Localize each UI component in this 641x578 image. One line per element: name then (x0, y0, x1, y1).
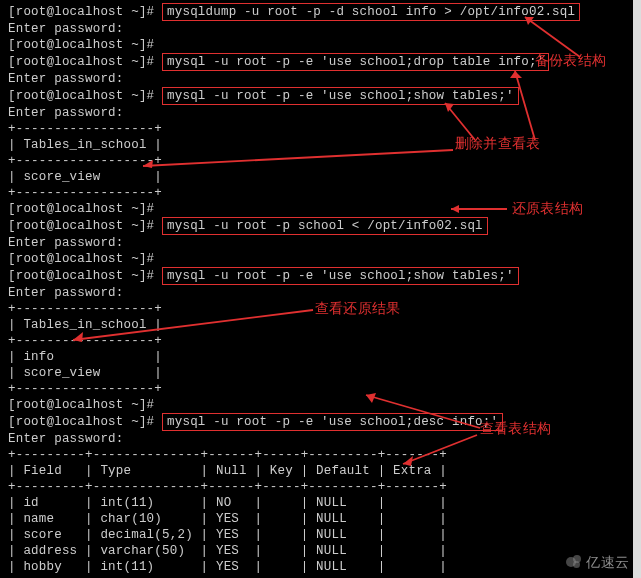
prompt: [root@localhost ~]# (8, 5, 154, 19)
desc-header: | Field | Type | Null | Key | Default | … (8, 463, 633, 479)
enter-password: Enter password: (8, 235, 633, 251)
annotation-view-restore: 查看还原结果 (315, 300, 400, 318)
enter-password: Enter password: (8, 285, 633, 301)
desc-row: | hobby | int(11) | YES | | NULL | | (8, 559, 633, 575)
prompt: [root@localhost ~]# (8, 398, 154, 412)
annotation-backup: 备份表结构 (535, 52, 606, 70)
prompt: [root@localhost ~]# (8, 55, 154, 69)
table-row: | info | (8, 349, 633, 365)
tables-header: | Tables_in_school | (8, 317, 633, 333)
prompt: [root@localhost ~]# (8, 89, 154, 103)
prompt: [root@localhost ~]# (8, 38, 154, 52)
command-restore: mysql -u root -p school < /opt/info02.sq… (162, 217, 488, 235)
table-separator: +------------------+ (8, 185, 633, 201)
desc-separator: +---------+--------------+------+-----+-… (8, 479, 633, 495)
command-desc-info: mysql -u root -p -e 'use school;desc inf… (162, 413, 503, 431)
table-separator: +------------------+ (8, 333, 633, 349)
command-drop-table: mysql -u root -p -e 'use school;drop tab… (162, 53, 549, 71)
desc-row: | address | varchar(50) | YES | | NULL |… (8, 543, 633, 559)
annotation-delete-show: 删除并查看表 (455, 135, 540, 153)
desc-row: | score | decimal(5,2) | YES | | NULL | … (8, 527, 633, 543)
command-show-tables-1: mysql -u root -p -e 'use school;show tab… (162, 87, 519, 105)
desc-row: | name | char(10) | YES | | NULL | | (8, 511, 633, 527)
table-separator: +------------------+ (8, 153, 633, 169)
prompt: [root@localhost ~]# (8, 269, 154, 283)
enter-password: Enter password: (8, 21, 633, 37)
prompt: [root@localhost ~]# (8, 415, 154, 429)
prompt: [root@localhost ~]# (8, 252, 154, 266)
watermark-text: 亿速云 (586, 554, 629, 570)
enter-password: Enter password: (8, 105, 633, 121)
desc-row: | id | int(11) | NO | | NULL | | (8, 495, 633, 511)
enter-password: Enter password: (8, 71, 633, 87)
desc-separator: +---------+--------------+------+-----+-… (8, 447, 633, 463)
annotation-restore: 还原表结构 (512, 200, 583, 218)
watermark: 亿速云 (566, 554, 629, 572)
table-separator: +------------------+ (8, 381, 633, 397)
table-row: | score_view | (8, 365, 633, 381)
terminal-output: [root@localhost ~]# mysqldump -u root -p… (0, 0, 641, 578)
watermark-logo-icon (566, 555, 582, 567)
prompt: [root@localhost ~]# (8, 202, 154, 216)
annotation-view-struct: 查看表结构 (480, 420, 551, 438)
prompt: [root@localhost ~]# (8, 219, 154, 233)
window-border (633, 0, 641, 578)
command-mysqldump: mysqldump -u root -p -d school info > /o… (162, 3, 580, 21)
table-row: | score_view | (8, 169, 633, 185)
command-show-tables-2: mysql -u root -p -e 'use school;show tab… (162, 267, 519, 285)
